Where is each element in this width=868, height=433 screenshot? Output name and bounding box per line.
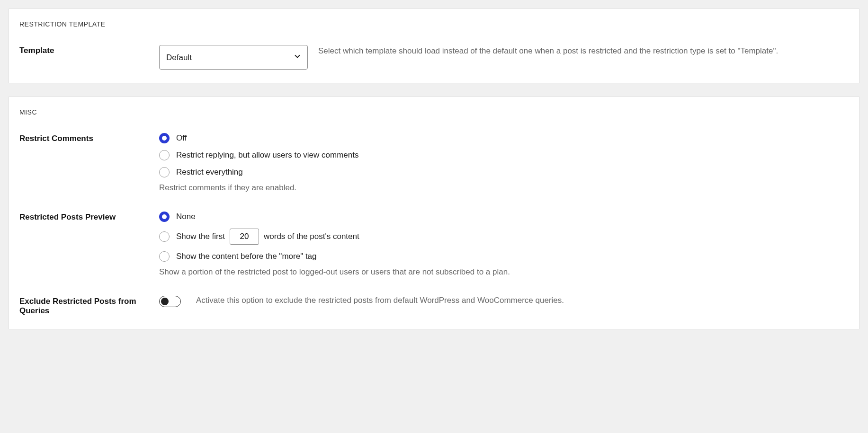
template-select[interactable]: Default	[159, 45, 308, 70]
exclude-label: Exclude Restricted Posts from Queries	[19, 296, 159, 316]
exclude-toggle[interactable]	[159, 296, 181, 307]
restrict-comments-help: Restrict comments if they are enabled.	[159, 183, 849, 193]
restriction-template-panel: RESTRICTION TEMPLATE Template Default Se…	[9, 9, 859, 83]
radio-icon	[159, 231, 170, 242]
radio-icon	[159, 133, 170, 143]
radio-label: Off	[176, 133, 187, 143]
words-count-input[interactable]	[230, 229, 259, 245]
restrict-comments-option-replying[interactable]: Restrict replying, but allow users to vi…	[159, 150, 849, 160]
restrict-comments-row: Restrict Comments Off Restrict replying,…	[19, 133, 849, 193]
template-select-wrap: Default	[159, 45, 308, 70]
preview-option-words[interactable]: Show the first words of the post's conte…	[159, 229, 849, 245]
template-row: Template Default Select which template s…	[19, 45, 849, 70]
radio-icon	[159, 150, 170, 160]
exclude-row: Exclude Restricted Posts from Queries Ac…	[19, 296, 849, 316]
radio-label: Restrict everything	[176, 168, 243, 177]
radio-icon	[159, 212, 170, 222]
template-label: Template	[19, 45, 159, 55]
exclude-toggle-wrap	[159, 296, 196, 307]
preview-option-none[interactable]: None	[159, 212, 849, 222]
toggle-knob-icon	[161, 298, 169, 305]
misc-panel: MISC Restrict Comments Off Restrict repl…	[9, 97, 859, 329]
preview-label: Restricted Posts Preview	[19, 212, 159, 222]
preview-field: None Show the first words of the post's …	[159, 212, 849, 277]
restrict-comments-radios: Off Restrict replying, but allow users t…	[159, 133, 849, 177]
preview-option-more-tag[interactable]: Show the content before the "more" tag	[159, 251, 849, 262]
preview-radios: None Show the first words of the post's …	[159, 212, 849, 262]
panel-title: MISC	[19, 108, 849, 116]
template-control: Default	[159, 45, 318, 70]
exclude-desc: Activate this option to exclude the rest…	[196, 296, 849, 305]
preview-row: Restricted Posts Preview None Show the f…	[19, 212, 849, 277]
template-desc: Select which template should load instea…	[318, 45, 849, 57]
radio-icon	[159, 251, 170, 262]
restrict-comments-option-off[interactable]: Off	[159, 133, 849, 143]
preview-help: Show a portion of the restricted post to…	[159, 267, 849, 277]
radio-label: Show the first words of the post's conte…	[176, 229, 359, 245]
restrict-comments-label: Restrict Comments	[19, 133, 159, 143]
radio-icon	[159, 167, 170, 177]
words-post: words of the post's content	[264, 232, 359, 241]
restrict-comments-option-all[interactable]: Restrict everything	[159, 167, 849, 177]
restrict-comments-field: Off Restrict replying, but allow users t…	[159, 133, 849, 193]
exclude-field: Activate this option to exclude the rest…	[159, 296, 849, 307]
words-pre: Show the first	[176, 232, 225, 241]
panel-title: RESTRICTION TEMPLATE	[19, 20, 849, 28]
radio-label: None	[176, 212, 196, 221]
radio-label: Restrict replying, but allow users to vi…	[176, 150, 358, 160]
radio-label: Show the content before the "more" tag	[176, 252, 317, 261]
